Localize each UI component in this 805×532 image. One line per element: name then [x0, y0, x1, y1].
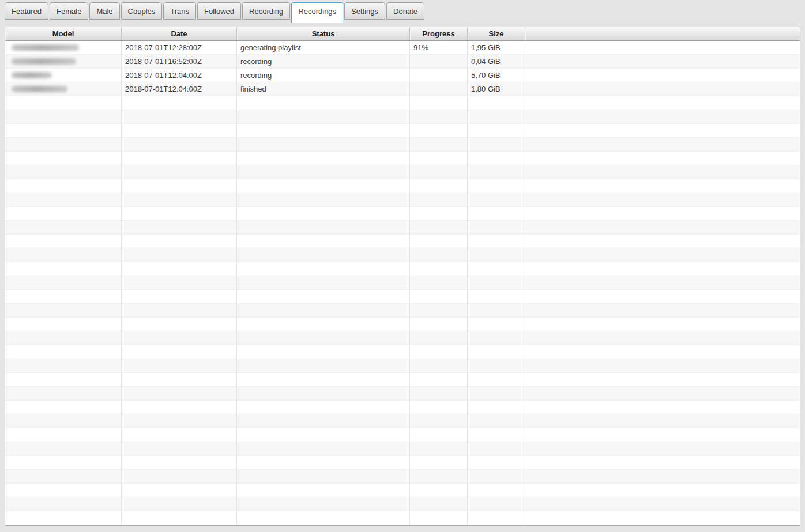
cell-filler	[525, 262, 800, 276]
table-row-empty[interactable]	[5, 511, 800, 525]
table-row-empty[interactable]	[5, 387, 800, 401]
cell-model	[5, 276, 122, 289]
tab-trans[interactable]: Trans	[163, 2, 196, 20]
tab-followed[interactable]: Followed	[197, 2, 241, 20]
cell-filler	[525, 82, 800, 96]
table-row-empty[interactable]	[5, 359, 800, 373]
column-header-model[interactable]: Model	[5, 27, 122, 40]
cell-progress	[410, 428, 468, 442]
cell-model	[5, 41, 122, 54]
table-row[interactable]: 2018-07-01T12:28:00Z generating playlist…	[5, 41, 800, 55]
tab-featured[interactable]: Featured	[5, 2, 48, 20]
tab-couples[interactable]: Couples	[121, 2, 163, 20]
column-header-progress[interactable]: Progress	[410, 27, 468, 40]
cell-date	[122, 304, 237, 317]
cell-filler	[525, 414, 800, 428]
table-row-empty[interactable]	[5, 290, 800, 304]
cell-model	[5, 511, 122, 525]
cell-model	[5, 55, 122, 68]
tab-recording[interactable]: Recording	[242, 2, 290, 20]
cell-filler	[525, 511, 800, 525]
table-row-empty[interactable]	[5, 179, 800, 193]
tab-recordings[interactable]: Recordings	[291, 2, 343, 23]
cell-filler	[525, 248, 800, 262]
table-row-empty[interactable]	[5, 428, 800, 442]
cell-date	[122, 124, 237, 137]
cell-date	[122, 318, 237, 331]
table-row[interactable]: 2018-07-01T12:04:00Z recording 5,70 GiB	[5, 69, 800, 82]
cell-date: 2018-07-01T12:04:00Z	[122, 82, 237, 96]
cell-filler	[525, 235, 800, 248]
cell-status: recording	[237, 69, 410, 82]
recordings-table: ModelDateStatusProgressSize 2018-07-01T1…	[5, 27, 800, 526]
table-row-empty[interactable]	[5, 138, 800, 152]
cell-date	[122, 96, 237, 110]
redacted-model-name	[12, 58, 76, 65]
table-row-empty[interactable]	[5, 193, 800, 207]
cell-model	[5, 221, 122, 234]
cell-model	[5, 138, 122, 151]
table-row-empty[interactable]	[5, 235, 800, 248]
cell-size	[468, 152, 525, 165]
cell-status	[237, 401, 410, 414]
cell-progress	[410, 124, 468, 137]
redacted-model-name	[12, 86, 67, 92]
table-row-empty[interactable]	[5, 207, 800, 221]
cell-model	[5, 442, 122, 455]
table-row-empty[interactable]	[5, 470, 800, 484]
column-header-date[interactable]: Date	[122, 27, 237, 40]
cell-status	[237, 497, 410, 511]
cell-status	[237, 262, 410, 276]
cell-size	[468, 401, 525, 414]
cell-status	[237, 221, 410, 234]
cell-status	[237, 511, 410, 525]
table-row-empty[interactable]	[5, 96, 800, 110]
table-row[interactable]: 2018-07-01T16:52:00Z recording 0,04 GiB	[5, 55, 800, 69]
table-row-empty[interactable]	[5, 401, 800, 414]
column-header-size[interactable]: Size	[468, 27, 525, 40]
cell-model	[5, 290, 122, 303]
table-row-empty[interactable]	[5, 152, 800, 165]
cell-size	[468, 318, 525, 331]
table-row-empty[interactable]	[5, 110, 800, 124]
tab-donate[interactable]: Donate	[386, 2, 424, 20]
table-row-empty[interactable]	[5, 456, 800, 470]
table-row-empty[interactable]	[5, 414, 800, 428]
cell-progress	[410, 414, 468, 428]
table-row-empty[interactable]	[5, 484, 800, 497]
table-row-empty[interactable]	[5, 497, 800, 511]
cell-progress	[410, 304, 468, 317]
tab-female[interactable]: Female	[50, 2, 88, 20]
table-row-empty[interactable]	[5, 165, 800, 179]
tab-settings[interactable]: Settings	[344, 2, 385, 20]
column-header-filler[interactable]	[525, 27, 800, 40]
tab-male[interactable]: Male	[89, 2, 119, 20]
table-row-empty[interactable]	[5, 331, 800, 345]
cell-model	[5, 428, 122, 442]
table-row-empty[interactable]	[5, 262, 800, 276]
cell-progress	[410, 276, 468, 289]
cell-progress	[410, 373, 468, 386]
cell-filler	[525, 55, 800, 68]
table-row-empty[interactable]	[5, 373, 800, 387]
table-row-empty[interactable]	[5, 124, 800, 138]
table-row-empty[interactable]	[5, 221, 800, 235]
redacted-model-name	[12, 44, 79, 51]
table-row-empty[interactable]	[5, 276, 800, 290]
cell-size: 1,80 GiB	[468, 82, 525, 96]
cell-date	[122, 373, 237, 386]
table-row-empty[interactable]	[5, 304, 800, 318]
redacted-model-name	[12, 72, 52, 78]
table-row-empty[interactable]	[5, 318, 800, 331]
table-row-empty[interactable]	[5, 345, 800, 359]
column-header-status[interactable]: Status	[237, 27, 410, 40]
tab-bar: FeaturedFemaleMaleCouplesTransFollowedRe…	[5, 2, 800, 27]
cell-model	[5, 179, 122, 193]
table-row[interactable]: 2018-07-01T12:04:00Z finished 1,80 GiB	[5, 82, 800, 96]
cell-filler	[525, 69, 800, 82]
cell-progress	[410, 55, 468, 68]
cell-date	[122, 248, 237, 262]
table-row-empty[interactable]	[5, 248, 800, 262]
table-row-empty[interactable]	[5, 442, 800, 456]
cell-filler	[525, 152, 800, 165]
